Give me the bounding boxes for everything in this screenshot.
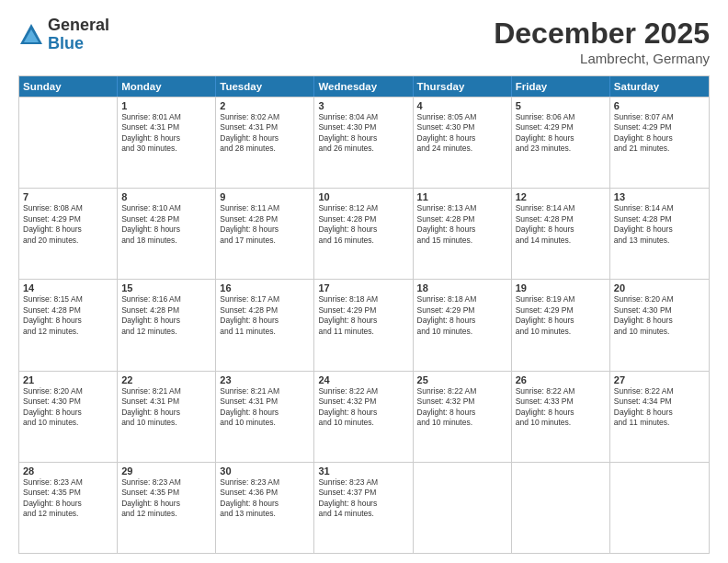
day-cell-21: 21Sunrise: 8:20 AMSunset: 4:30 PMDayligh…: [19, 372, 118, 462]
sunset-line: Sunset: 4:31 PM: [220, 122, 310, 132]
day-number: 4: [417, 100, 507, 111]
daylight-line: Daylight: 8 hours: [318, 316, 408, 326]
day-number: 13: [614, 191, 705, 202]
daylight2-line: and 26 minutes.: [318, 144, 408, 154]
daylight2-line: and 10 minutes.: [121, 418, 211, 428]
sunrise-line: Sunrise: 8:10 AM: [121, 203, 211, 213]
day-number: 3: [318, 100, 408, 111]
day-cell-14: 14Sunrise: 8:15 AMSunset: 4:28 PMDayligh…: [19, 280, 118, 370]
daylight2-line: and 10 minutes.: [417, 327, 507, 337]
daylight2-line: and 15 minutes.: [417, 236, 507, 246]
sunrise-line: Sunrise: 8:20 AM: [614, 294, 705, 304]
daylight-line: Daylight: 8 hours: [121, 499, 211, 509]
empty-cell: [19, 98, 118, 188]
day-cell-10: 10Sunrise: 8:12 AMSunset: 4:28 PMDayligh…: [314, 189, 413, 279]
day-cell-23: 23Sunrise: 8:21 AMSunset: 4:31 PMDayligh…: [216, 372, 314, 462]
daylight2-line: and 11 minutes.: [318, 327, 408, 337]
daylight2-line: and 17 minutes.: [220, 236, 310, 246]
sunrise-line: Sunrise: 8:22 AM: [417, 386, 507, 396]
daylight-line: Daylight: 8 hours: [318, 499, 408, 509]
sunrise-line: Sunrise: 8:08 AM: [23, 203, 113, 213]
day-cell-24: 24Sunrise: 8:22 AMSunset: 4:32 PMDayligh…: [314, 372, 413, 462]
daylight-line: Daylight: 8 hours: [121, 224, 211, 235]
day-cell-2: 2Sunrise: 8:02 AMSunset: 4:31 PMDaylight…: [216, 98, 314, 188]
daylight-line: Daylight: 8 hours: [23, 408, 113, 418]
empty-cell: [414, 463, 512, 553]
day-number: 29: [121, 465, 211, 477]
day-cell-15: 15Sunrise: 8:16 AMSunset: 4:28 PMDayligh…: [118, 280, 216, 370]
daylight2-line: and 30 minutes.: [121, 144, 211, 154]
sunset-line: Sunset: 4:31 PM: [220, 396, 310, 407]
day-number: 11: [417, 191, 507, 202]
day-number: 2: [220, 100, 310, 111]
sunset-line: Sunset: 4:28 PM: [121, 305, 211, 316]
calendar-row-4: 28Sunrise: 8:23 AMSunset: 4:35 PMDayligh…: [19, 462, 709, 553]
sunset-line: Sunset: 4:30 PM: [614, 305, 705, 316]
calendar-body: 1Sunrise: 8:01 AMSunset: 4:31 PMDaylight…: [19, 97, 709, 553]
daylight2-line: and 10 minutes.: [614, 327, 705, 337]
daylight-line: Daylight: 8 hours: [516, 316, 606, 326]
sunset-line: Sunset: 4:35 PM: [121, 488, 211, 498]
sunrise-line: Sunrise: 8:22 AM: [516, 386, 606, 396]
daylight2-line: and 14 minutes.: [318, 509, 408, 519]
daylight-line: Daylight: 8 hours: [220, 133, 310, 144]
day-cell-4: 4Sunrise: 8:05 AMSunset: 4:30 PMDaylight…: [414, 98, 512, 188]
sunset-line: Sunset: 4:29 PM: [23, 214, 113, 224]
sunrise-line: Sunrise: 8:23 AM: [23, 477, 113, 488]
daylight2-line: and 14 minutes.: [516, 236, 606, 246]
sunrise-line: Sunrise: 8:22 AM: [318, 386, 408, 396]
header-day-sunday: Sunday: [19, 76, 118, 97]
sunset-line: Sunset: 4:28 PM: [516, 214, 606, 224]
day-cell-26: 26Sunrise: 8:22 AMSunset: 4:33 PMDayligh…: [512, 372, 610, 462]
daylight2-line: and 13 minutes.: [220, 509, 310, 519]
daylight-line: Daylight: 8 hours: [318, 408, 408, 418]
logo-blue: Blue: [48, 35, 109, 53]
sunset-line: Sunset: 4:29 PM: [614, 122, 705, 132]
daylight-line: Daylight: 8 hours: [417, 133, 507, 144]
empty-cell: [512, 463, 610, 553]
sunset-line: Sunset: 4:29 PM: [516, 305, 606, 316]
sunrise-line: Sunrise: 8:23 AM: [318, 477, 408, 488]
sunset-line: Sunset: 4:28 PM: [121, 214, 211, 224]
day-cell-18: 18Sunrise: 8:18 AMSunset: 4:29 PMDayligh…: [414, 280, 512, 370]
sunrise-line: Sunrise: 8:07 AM: [614, 112, 705, 122]
daylight-line: Daylight: 8 hours: [614, 408, 705, 418]
day-number: 31: [318, 465, 408, 477]
daylight-line: Daylight: 8 hours: [614, 316, 705, 326]
sunrise-line: Sunrise: 8:14 AM: [614, 203, 705, 213]
empty-cell: [610, 463, 709, 553]
sunset-line: Sunset: 4:30 PM: [23, 396, 113, 407]
sunrise-line: Sunrise: 8:11 AM: [220, 203, 310, 213]
day-cell-25: 25Sunrise: 8:22 AMSunset: 4:32 PMDayligh…: [414, 372, 512, 462]
day-number: 26: [516, 374, 606, 385]
sunset-line: Sunset: 4:34 PM: [614, 396, 705, 407]
day-cell-29: 29Sunrise: 8:23 AMSunset: 4:35 PMDayligh…: [118, 463, 216, 553]
day-number: 5: [516, 100, 606, 111]
sunset-line: Sunset: 4:28 PM: [614, 214, 705, 224]
daylight-line: Daylight: 8 hours: [417, 316, 507, 326]
header-day-friday: Friday: [512, 76, 610, 97]
daylight-line: Daylight: 8 hours: [516, 133, 606, 144]
daylight-line: Daylight: 8 hours: [23, 499, 113, 509]
header-day-tuesday: Tuesday: [216, 76, 314, 97]
logo-icon: [18, 22, 44, 48]
day-number: 1: [121, 100, 211, 111]
daylight-line: Daylight: 8 hours: [318, 133, 408, 144]
daylight2-line: and 21 minutes.: [614, 144, 705, 154]
day-number: 24: [318, 374, 408, 385]
sunset-line: Sunset: 4:28 PM: [417, 214, 507, 224]
title-location: Lambrecht, Germany: [494, 51, 710, 66]
sunrise-line: Sunrise: 8:23 AM: [220, 477, 310, 488]
daylight2-line: and 28 minutes.: [220, 144, 310, 154]
day-cell-16: 16Sunrise: 8:17 AMSunset: 4:28 PMDayligh…: [216, 280, 314, 370]
daylight-line: Daylight: 8 hours: [121, 316, 211, 326]
sunset-line: Sunset: 4:28 PM: [220, 214, 310, 224]
day-cell-31: 31Sunrise: 8:23 AMSunset: 4:37 PMDayligh…: [314, 463, 413, 553]
sunset-line: Sunset: 4:32 PM: [417, 396, 507, 407]
day-cell-7: 7Sunrise: 8:08 AMSunset: 4:29 PMDaylight…: [19, 189, 118, 279]
sunrise-line: Sunrise: 8:23 AM: [121, 477, 211, 488]
day-cell-11: 11Sunrise: 8:13 AMSunset: 4:28 PMDayligh…: [414, 189, 512, 279]
calendar-row-0: 1Sunrise: 8:01 AMSunset: 4:31 PMDaylight…: [19, 97, 709, 188]
day-cell-9: 9Sunrise: 8:11 AMSunset: 4:28 PMDaylight…: [216, 189, 314, 279]
daylight-line: Daylight: 8 hours: [220, 316, 310, 326]
